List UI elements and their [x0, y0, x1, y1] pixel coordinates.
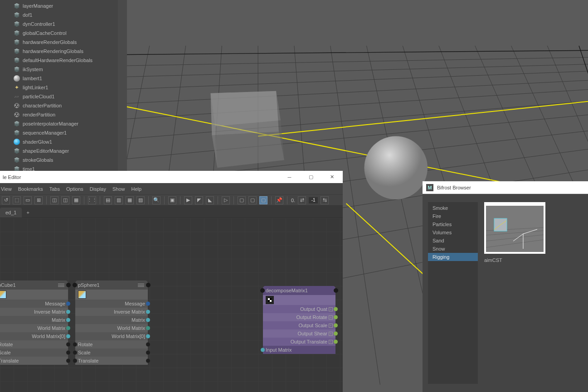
port-out[interactable] — [334, 324, 338, 328]
node-head-port-in[interactable] — [73, 283, 77, 287]
toolbar-button[interactable]: ▶ — [184, 196, 192, 204]
expand-icon[interactable]: + — [329, 340, 333, 344]
outliner-item[interactable]: ikSystem — [0, 65, 118, 74]
toolbar-button-active[interactable]: ▢ — [259, 196, 267, 204]
port-out[interactable] — [66, 326, 70, 330]
toolbar-button[interactable]: ▦ — [72, 196, 80, 204]
node-editor-titlebar[interactable]: le Editor ─ ▢ ✕ — [0, 171, 343, 183]
port-in[interactable] — [73, 359, 77, 363]
port-out[interactable] — [146, 310, 150, 314]
expand-icon[interactable]: + — [329, 332, 333, 336]
outliner-item[interactable]: shapeEditorManager — [0, 146, 118, 155]
port-out[interactable] — [334, 332, 338, 336]
outliner-item[interactable]: dof1 — [0, 10, 118, 19]
toolbar-button[interactable]: ⇄ — [298, 196, 306, 204]
toolbar-minus-one[interactable]: -1 — [309, 197, 318, 203]
node-decompose-matrix[interactable]: decomposeMatrix1 Output Quat+ Output Rot… — [263, 286, 335, 354]
port-out[interactable] — [146, 334, 150, 339]
port-out[interactable] — [66, 318, 70, 322]
toolbar-button[interactable]: ▭ — [24, 196, 32, 204]
toolbar-button[interactable]: ⬚ — [13, 196, 21, 204]
node-menu-icon[interactable] — [137, 283, 145, 287]
expand-icon[interactable]: + — [329, 307, 333, 311]
maximize-button[interactable]: ▢ — [300, 171, 321, 183]
toolbar-button[interactable]: ▥ — [115, 196, 123, 204]
outliner-item[interactable]: shaderGlow1 — [0, 137, 118, 146]
outliner-item[interactable]: hardwareRenderingGlobals — [0, 47, 118, 56]
port-out[interactable] — [66, 359, 70, 363]
close-button[interactable]: ✕ — [321, 171, 343, 183]
bifrost-category-snow[interactable]: Snow — [428, 245, 478, 253]
tab-add[interactable]: + — [22, 208, 34, 218]
toolbar-button[interactable]: ▢ — [248, 196, 257, 204]
port-out[interactable] — [334, 307, 338, 311]
menu-show[interactable]: Show — [112, 186, 125, 192]
port-out[interactable] — [146, 343, 150, 347]
toolbar-button[interactable]: ⋮⋮ — [88, 196, 96, 204]
outliner-item[interactable]: characterPartition — [0, 101, 118, 110]
expand-icon[interactable]: + — [329, 324, 333, 328]
menu-bookmarks[interactable]: Bookmarks — [18, 186, 43, 192]
toolbar-button[interactable]: ▷ — [222, 196, 230, 204]
node-head-port-out[interactable] — [66, 283, 71, 287]
bifrost-category-smoke[interactable]: Smoke — [428, 204, 478, 212]
outliner-item[interactable]: sequenceManager1 — [0, 128, 118, 137]
bifrost-category-volumes[interactable]: Volumes — [428, 228, 478, 237]
port-out[interactable] — [146, 302, 150, 306]
toolbar-button[interactable]: ◫ — [61, 196, 69, 204]
search-button[interactable]: 🔍 — [152, 196, 160, 204]
bifrost-category-particles[interactable]: Particles — [428, 220, 478, 228]
outliner-item[interactable]: poseInterpolatorManager — [0, 119, 118, 128]
menu-help[interactable]: Help — [131, 186, 141, 192]
toolbar-button[interactable]: ↺ — [2, 196, 10, 204]
toolbar-button[interactable]: ◤ — [195, 196, 203, 204]
minimize-button[interactable]: ─ — [279, 171, 300, 183]
node-head-port-in[interactable] — [260, 288, 265, 293]
outliner-item[interactable]: globalCacheControl — [0, 29, 118, 38]
menu-tabs[interactable]: Tabs — [49, 186, 60, 192]
outliner-item[interactable]: dynController1 — [0, 19, 118, 29]
outliner-item[interactable]: lambert1 — [0, 74, 118, 83]
node-psphere1[interactable]: pSphere1 Message Inverse Matrix Matrix W… — [75, 281, 148, 365]
toolbar-button[interactable]: 📌 — [275, 196, 283, 204]
menu-view[interactable]: View — [1, 186, 12, 192]
menu-options[interactable]: Options — [66, 186, 83, 192]
toolbar-button[interactable]: ◣ — [206, 196, 214, 204]
toolbar-button[interactable]: ▦ — [126, 196, 134, 204]
outliner-item[interactable]: time1 — [0, 165, 118, 171]
port-out[interactable] — [66, 351, 70, 355]
port-out[interactable] — [146, 359, 150, 363]
toolbar-button[interactable]: ▨ — [136, 196, 145, 204]
port-in[interactable] — [261, 348, 265, 352]
port-in[interactable] — [73, 343, 77, 347]
port-out[interactable] — [146, 351, 150, 355]
node-pcube1[interactable]: pCube1 Message Inverse Matrix Matrix Wor… — [0, 281, 68, 365]
port-out[interactable] — [146, 326, 150, 330]
toolbar-button[interactable]: ▣ — [168, 196, 176, 204]
node-head-port-out[interactable] — [334, 288, 338, 293]
bifrost-category-fire[interactable]: Fire — [428, 212, 478, 220]
toolbar-button[interactable]: ▢ — [238, 196, 246, 204]
port-out[interactable] — [334, 340, 338, 344]
outliner-item[interactable]: hardwareRenderGlobals — [0, 38, 118, 47]
outliner-item[interactable]: renderPartition — [0, 110, 118, 119]
port-out[interactable] — [66, 302, 70, 306]
toolbar-button[interactable]: ⊞ — [34, 196, 43, 204]
outliner-item[interactable]: defaultHardwareRenderGlobals — [0, 56, 118, 65]
toolbar-button[interactable]: ⇆ — [321, 196, 329, 204]
outliner-item[interactable]: ✦lightLinker1 — [0, 83, 118, 92]
bifrost-item[interactable]: aimCST — [484, 202, 545, 384]
toolbar-button[interactable]: ▤ — [104, 196, 112, 204]
node-graph-canvas[interactable]: pCube1 Message Inverse Matrix Matrix Wor… — [0, 218, 343, 392]
expand-icon[interactable]: + — [329, 315, 333, 319]
bifrost-category-sand[interactable]: Sand — [428, 237, 478, 245]
outliner-item[interactable]: layerManager — [0, 1, 118, 10]
port-out[interactable] — [146, 318, 150, 322]
toolbar-button[interactable]: ◫ — [50, 196, 58, 204]
menu-display[interactable]: Display — [90, 186, 106, 192]
bifrost-category-rigging[interactable]: Rigging — [428, 253, 478, 261]
port-in[interactable] — [73, 351, 77, 355]
port-out[interactable] — [66, 343, 70, 347]
port-out[interactable] — [334, 315, 338, 319]
port-out[interactable] — [66, 310, 70, 314]
